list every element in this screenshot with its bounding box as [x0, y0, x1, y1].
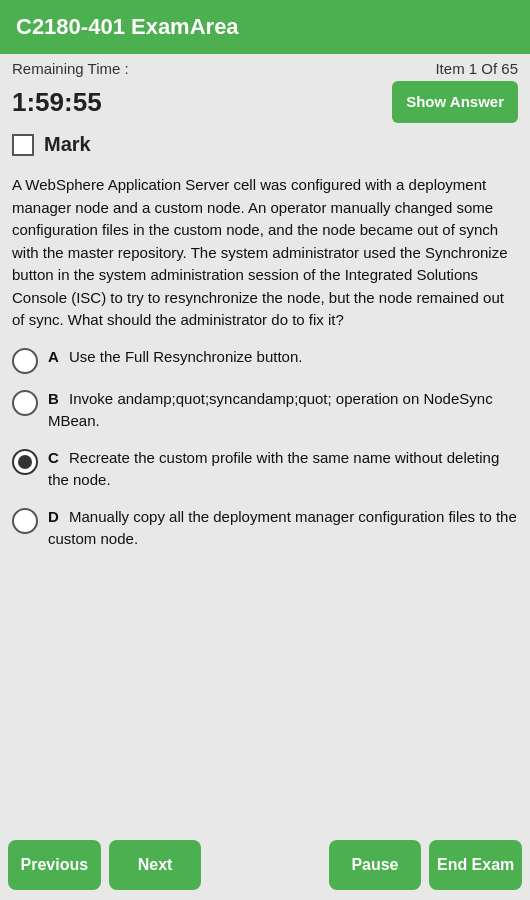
mark-label: Mark [44, 133, 91, 156]
remaining-label: Remaining Time : [12, 60, 129, 77]
question-text: A WebSphere Application Server cell was … [12, 174, 518, 332]
answer-option-d[interactable]: D Manually copy all the deployment manag… [12, 506, 518, 551]
app-title: C2180-401 ExamArea [16, 14, 239, 39]
end-exam-button[interactable]: End Exam [429, 840, 522, 890]
radio-inner-c [18, 455, 32, 469]
question-section: A WebSphere Application Server cell was … [0, 164, 530, 830]
timer-row: 1:59:55 Show Answer [0, 79, 530, 129]
show-answer-button[interactable]: Show Answer [392, 81, 518, 123]
bottom-nav: Previous Next Pause End Exam [0, 830, 530, 900]
answer-text-d: D Manually copy all the deployment manag… [48, 506, 518, 551]
mark-checkbox[interactable] [12, 134, 34, 156]
timer-display: 1:59:55 [12, 87, 102, 118]
answer-text-b: B Invoke andamp;quot;syncandamp;quot; op… [48, 388, 518, 433]
mark-row: Mark [0, 129, 530, 164]
next-button[interactable]: Next [109, 840, 202, 890]
radio-b[interactable] [12, 390, 38, 416]
previous-button[interactable]: Previous [8, 840, 101, 890]
answer-option-a[interactable]: A Use the Full Resynchronize button. [12, 346, 518, 374]
radio-c[interactable] [12, 449, 38, 475]
answer-option-c[interactable]: C Recreate the custom profile with the s… [12, 447, 518, 492]
radio-d[interactable] [12, 508, 38, 534]
item-label: Item 1 Of 65 [435, 60, 518, 77]
pause-button[interactable]: Pause [329, 840, 422, 890]
answer-option-b[interactable]: B Invoke andamp;quot;syncandamp;quot; op… [12, 388, 518, 433]
radio-a[interactable] [12, 348, 38, 374]
header: C2180-401 ExamArea [0, 0, 530, 54]
meta-row: Remaining Time : Item 1 Of 65 [0, 54, 530, 79]
answer-text-a: A Use the Full Resynchronize button. [48, 346, 302, 369]
answer-text-c: C Recreate the custom profile with the s… [48, 447, 518, 492]
